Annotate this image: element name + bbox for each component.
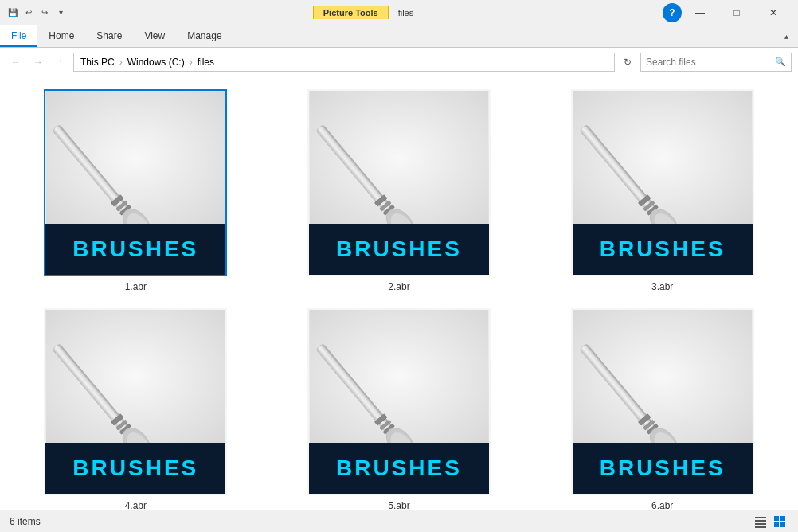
search-icon: 🔍 — [775, 57, 786, 67]
svg-rect-43 — [755, 520, 766, 522]
title-bar: 💾 ↩ ↪ ▾ Picture Tools files ? — □ ✕ — [0, 0, 798, 25]
svg-rect-49 — [780, 522, 785, 527]
window-title: files — [389, 6, 424, 19]
refresh-button[interactable]: ↻ — [618, 53, 637, 72]
file-name: 1.abr — [125, 281, 147, 292]
file-name: 5.abr — [388, 500, 409, 510]
quick-access-toolbar: 💾 ↩ ↪ ▾ — [6, 6, 67, 19]
search-input[interactable] — [646, 57, 775, 68]
back-button[interactable]: ← — [6, 53, 25, 72]
maximize-button[interactable]: □ — [718, 0, 755, 25]
file-item[interactable]: BRUSHES 5.abr — [280, 308, 519, 510]
item-count: 6 items — [10, 516, 41, 527]
brush-label: BRUSHES — [45, 224, 225, 275]
tab-view[interactable]: View — [133, 25, 176, 47]
address-path[interactable]: This PC › Windows (C:) › files — [73, 53, 615, 72]
tab-file[interactable]: File — [0, 25, 37, 47]
brush-image — [45, 310, 225, 443]
thumbnail-wrapper: BRUSHES — [571, 308, 754, 495]
brush-label: BRUSHES — [573, 224, 753, 275]
dropdown-icon[interactable]: ▾ — [54, 6, 67, 19]
address-bar: ← → ↑ This PC › Windows (C:) › files ↻ 🔍 — [0, 48, 798, 76]
svg-rect-45 — [755, 526, 766, 528]
file-name: 2.abr — [388, 281, 409, 292]
svg-rect-44 — [755, 523, 766, 525]
thumbnail-wrapper: BRUSHES — [44, 89, 227, 276]
save-icon[interactable]: 💾 — [6, 6, 19, 19]
tab-home[interactable]: Home — [37, 25, 85, 47]
brush-image — [573, 91, 753, 224]
svg-rect-48 — [774, 522, 779, 527]
file-item[interactable]: BRUSHES 6.abr — [542, 308, 782, 510]
brush-label: BRUSHES — [573, 443, 753, 494]
svg-rect-7 — [310, 91, 489, 224]
large-icons-view-icon[interactable] — [771, 513, 788, 530]
file-item[interactable]: BRUSHES 3.abr — [542, 89, 782, 292]
brush-image — [309, 310, 489, 443]
svg-rect-35 — [573, 310, 752, 443]
thumbnail-wrapper: BRUSHES — [307, 308, 491, 495]
undo-icon[interactable]: ↩ — [22, 6, 35, 19]
view-icons — [752, 513, 788, 530]
tab-manage[interactable]: Manage — [176, 25, 233, 47]
tab-share[interactable]: Share — [85, 25, 133, 47]
brush-label: BRUSHES — [309, 443, 489, 494]
thumbnail-wrapper: BRUSHES — [571, 89, 754, 276]
brush-label: BRUSHES — [45, 443, 225, 494]
brush-image — [309, 91, 489, 224]
svg-rect-21 — [46, 310, 225, 443]
file-name: 3.abr — [651, 281, 673, 292]
file-item[interactable]: BRUSHES 4.abr — [16, 308, 256, 510]
file-grid: BRUSHES 1.abr — [0, 76, 798, 510]
path-windows-c: Windows (C:) — [127, 57, 185, 68]
svg-rect-0 — [46, 91, 225, 224]
forward-button[interactable]: → — [29, 53, 48, 72]
thumbnail-wrapper: BRUSHES — [44, 308, 227, 495]
file-name: 6.abr — [651, 500, 673, 510]
svg-rect-47 — [780, 516, 785, 521]
file-name: 4.abr — [125, 500, 147, 510]
close-button[interactable]: ✕ — [755, 0, 792, 25]
minimize-button[interactable]: — — [682, 0, 718, 25]
status-bar: 6 items — [0, 510, 798, 532]
file-item[interactable]: BRUSHES 2.abr — [280, 89, 519, 292]
ribbon: File Home Share View Manage ▴ — [0, 25, 798, 48]
up-button[interactable]: ↑ — [51, 53, 70, 72]
window-controls: — □ ✕ — [682, 0, 792, 25]
path-files: files — [198, 57, 214, 68]
brush-image — [573, 310, 753, 443]
details-view-icon[interactable] — [752, 513, 769, 530]
thumbnail-wrapper: BRUSHES — [307, 89, 491, 276]
svg-rect-42 — [755, 517, 766, 518]
help-button[interactable]: ? — [663, 3, 682, 22]
svg-rect-14 — [573, 91, 752, 224]
path-this-pc: This PC — [80, 57, 115, 68]
redo-icon[interactable]: ↪ — [38, 6, 51, 19]
ribbon-expand-button[interactable]: ▴ — [781, 30, 792, 42]
picture-tools-tab[interactable]: Picture Tools — [313, 6, 389, 19]
search-box[interactable]: 🔍 — [640, 53, 792, 72]
svg-rect-28 — [310, 310, 489, 443]
svg-rect-46 — [774, 516, 779, 521]
file-item[interactable]: BRUSHES 1.abr — [16, 89, 256, 292]
brush-label: BRUSHES — [309, 224, 489, 275]
brush-image — [45, 91, 225, 224]
